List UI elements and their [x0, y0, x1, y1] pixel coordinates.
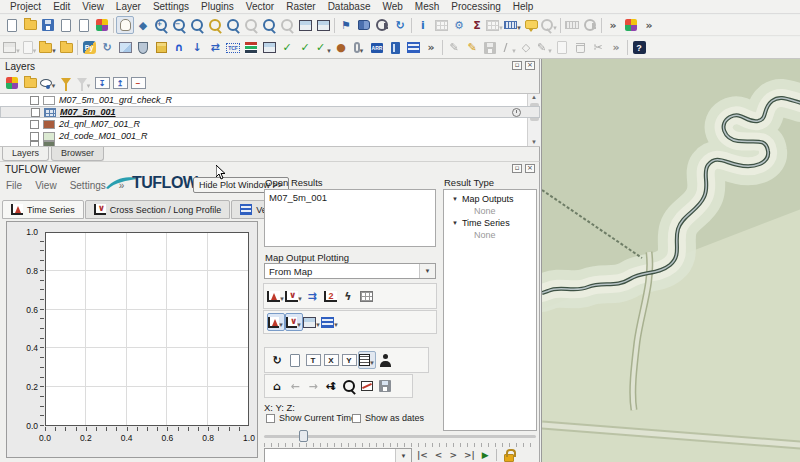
map-window-button[interactable] [260, 39, 278, 57]
zoom-last-button[interactable] [260, 16, 278, 34]
move-layer-button[interactable] [57, 39, 75, 57]
arr-tool-button[interactable]: ARR [368, 39, 386, 57]
flux-line-button[interactable]: ⇉ [303, 287, 321, 305]
open-results-list[interactable]: M07_5m_001 [264, 189, 436, 247]
check-tool-button[interactable]: ✓ [278, 39, 296, 57]
plot-save-button[interactable] [376, 377, 394, 395]
result-type-tree[interactable]: ▼Map OutputsNone▼Time SeriesNone [443, 189, 537, 431]
python-console-button[interactable]: Py [80, 39, 98, 57]
layers-list[interactable]: ▲▼ M07_5m_001_grd_check_RM07_5m_0012d_qn… [0, 93, 540, 147]
layer-checkbox[interactable] [31, 108, 40, 117]
help-button[interactable]: ? [630, 39, 648, 57]
plot-canvas[interactable] [45, 232, 249, 426]
legend-toggle-button[interactable]: ▼ [358, 351, 376, 369]
load-input-files-button[interactable]: ⇄ [206, 39, 224, 57]
menu-layer[interactable]: Layer [110, 1, 147, 12]
tcf-tool-button[interactable]: TCF [224, 39, 242, 57]
import-panel-button[interactable] [386, 39, 404, 57]
plot-subplots-button[interactable] [358, 377, 376, 395]
plot-pan-button[interactable] [322, 377, 340, 395]
last-timestep-button[interactable]: >| [464, 450, 475, 460]
new-3d-map-view-button[interactable] [314, 16, 332, 34]
combo-arrow-icon[interactable]: ▼ [419, 264, 435, 278]
temporal-controller-button[interactable] [373, 16, 391, 34]
pan-to-selection-button[interactable]: ◆ [134, 16, 152, 34]
menu-project[interactable]: Project [4, 1, 47, 12]
pan-map-button[interactable] [116, 16, 134, 34]
flip-axis-button[interactable]: T [304, 351, 322, 369]
layers-undock-icon[interactable]: ▫ [512, 61, 522, 70]
tree-collapse-icon[interactable]: ▼ [452, 196, 458, 202]
time-slider[interactable] [264, 430, 536, 442]
layer-checkbox[interactable] [30, 120, 39, 129]
menu-help[interactable]: Help [507, 1, 540, 12]
panel-tab-browser[interactable]: Browser [51, 147, 104, 161]
identify-features-button[interactable]: i [414, 16, 432, 34]
reload-plugin-button[interactable]: ↻ [98, 39, 116, 57]
map-output-plotting-combo[interactable]: From Map ▼ [264, 263, 436, 279]
plot-zoom-button[interactable] [340, 377, 358, 395]
import-empty-files-button[interactable]: ↓ [188, 39, 206, 57]
y-axis-limits-button[interactable]: Y [340, 351, 358, 369]
menu-settings[interactable]: Settings [147, 1, 195, 12]
tuflow-undock-icon[interactable]: ▫ [512, 164, 522, 173]
timeseries-plot-button[interactable]: ▼ [267, 287, 285, 305]
table-view-button[interactable] [357, 287, 375, 305]
layer-row-1[interactable]: M07_5m_001 [0, 106, 540, 118]
tuflow-3d-button[interactable] [152, 39, 170, 57]
menu-plugins[interactable]: Plugins [195, 1, 240, 12]
x-axis-limits-button[interactable]: X [322, 351, 340, 369]
toolbar-extension-button-4[interactable]: » [607, 39, 625, 57]
tree-child-item[interactable]: None [446, 205, 534, 217]
expand-all-button[interactable]: ↧ [93, 74, 111, 92]
style-manager-button[interactable] [93, 16, 111, 34]
layers-close-icon[interactable]: × [525, 61, 535, 70]
user-plot-data-button[interactable] [376, 351, 394, 369]
tuflow-menu-settings[interactable]: Settings [70, 180, 106, 191]
zoom-full-button[interactable] [188, 16, 206, 34]
plot-home-button[interactable]: ⌂ [268, 377, 286, 395]
run-stack-button[interactable] [242, 39, 260, 57]
culvert-tool-button[interactable]: ∩ [170, 39, 188, 57]
legend-position-button[interactable]: ▼ [321, 313, 339, 331]
menu-mesh[interactable]: Mesh [409, 1, 445, 12]
lock-button[interactable] [504, 454, 514, 462]
toggle-editing-button[interactable]: ✎ [463, 39, 481, 57]
time-slider-handle[interactable] [299, 430, 308, 442]
check-mesh-button[interactable]: ✓ [296, 39, 314, 57]
menu-web[interactable]: Web [376, 1, 408, 12]
manage-map-themes-button[interactable]: ▼ [39, 74, 57, 92]
next-timestep-button[interactable]: > [449, 450, 457, 460]
toolbar-extension-button[interactable]: » [604, 16, 622, 34]
layer-row-3[interactable]: 2d_code_M01_001_R [0, 130, 540, 142]
filter-legend-button[interactable] [57, 74, 75, 92]
checkbox[interactable] [352, 414, 361, 423]
tab-cross-section-long-profile[interactable]: Cross Section / Long Profile [85, 200, 231, 219]
timestep-combo-arrow-icon[interactable]: ▼ [395, 449, 411, 462]
tab-time-series[interactable]: Time Series [2, 200, 84, 219]
menu-processing[interactable]: Processing [445, 1, 506, 12]
tuflow-close-icon[interactable]: × [525, 164, 535, 173]
osm-tiles-button[interactable] [116, 39, 134, 57]
attachment-button[interactable]: ▼ [350, 39, 368, 57]
curtain-plot-button[interactable]: ▼ [303, 313, 321, 331]
menu-vector[interactable]: Vector [240, 1, 280, 12]
open-result-item[interactable]: M07_5m_001 [269, 192, 431, 203]
tuflow-menu-view[interactable]: View [35, 180, 57, 191]
map-canvas[interactable] [541, 59, 800, 462]
layer-row-0[interactable]: M07_5m_001_grd_check_R [0, 94, 540, 106]
layer-checkbox[interactable] [30, 132, 39, 141]
open-project-button[interactable] [21, 16, 39, 34]
zoom-to-layer-button[interactable] [224, 16, 242, 34]
statistics-button[interactable]: Σ [468, 16, 486, 34]
flux-secondary-axis-button[interactable]: ϟ [339, 287, 357, 305]
toolbar-extension-button-2[interactable]: » [640, 16, 658, 34]
zoom-out-button[interactable]: − [170, 16, 188, 34]
open-layer-styling-button[interactable] [3, 74, 21, 92]
timestep-combo[interactable]: ▼ [264, 448, 412, 462]
new-map-view-button[interactable] [296, 16, 314, 34]
tuflow-mascot-button[interactable]: ● [332, 39, 350, 57]
secondary-axis-button[interactable] [321, 287, 339, 305]
checkbox[interactable] [266, 414, 275, 423]
new-print-layout-button[interactable] [57, 16, 75, 34]
